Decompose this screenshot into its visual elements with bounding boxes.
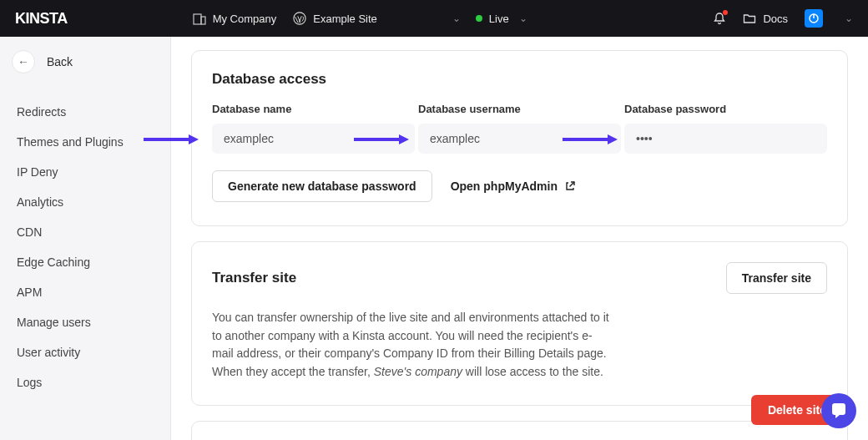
database-access-card: Database access Database name examplec D… <box>191 50 848 226</box>
user-avatar[interactable] <box>805 9 823 28</box>
db-pass-label: Database password <box>624 103 827 115</box>
sidebar-item-themes-plugins[interactable]: Themes and Plugins <box>0 127 170 157</box>
back-button[interactable]: ← Back <box>12 50 170 73</box>
card-title: Database access <box>212 71 827 88</box>
power-icon <box>808 13 820 24</box>
env-picker[interactable]: Live ⌄ <box>476 13 527 25</box>
svg-rect-1 <box>201 17 205 24</box>
sidebar-item-redirects[interactable]: Redirects <box>0 97 170 127</box>
db-pass-value[interactable]: •••• <box>624 124 827 154</box>
folder-icon <box>743 12 756 25</box>
docs-label: Docs <box>763 13 788 25</box>
live-status-dot <box>476 15 482 22</box>
delete-site-card: Delete site <box>191 421 848 440</box>
transfer-site-card: Transfer site Transfer site You can tran… <box>191 241 848 406</box>
transfer-site-button[interactable]: Transfer site <box>726 262 827 294</box>
sidebar-item-ip-deny[interactable]: IP Deny <box>0 157 170 187</box>
kinsta-logo: KINSTA <box>15 10 68 28</box>
site-name: Example Site <box>313 13 377 25</box>
sidebar-item-cdn[interactable]: CDN <box>0 217 170 247</box>
transfer-description: You can transfer ownership of the live s… <box>212 309 613 382</box>
generate-password-button[interactable]: Generate new database password <box>212 170 432 202</box>
sidebar-item-analytics[interactable]: Analytics <box>0 187 170 217</box>
svg-rect-0 <box>194 14 201 24</box>
sidebar: ← Back Redirects Themes and Plugins IP D… <box>0 37 171 440</box>
chevron-down-icon: ⌄ <box>452 13 461 24</box>
wordpress-icon <box>293 12 306 25</box>
db-name-value[interactable]: examplec <box>212 124 415 154</box>
sidebar-item-edge-caching[interactable]: Edge Caching <box>0 247 170 277</box>
open-phpmyadmin-link[interactable]: Open phpMyAdmin <box>451 180 576 193</box>
db-user-label: Database username <box>418 103 621 115</box>
sidebar-item-logs[interactable]: Logs <box>0 367 170 397</box>
arrow-left-icon: ← <box>12 50 35 73</box>
phpmyadmin-label: Open phpMyAdmin <box>451 180 558 193</box>
chat-icon <box>830 402 848 420</box>
db-name-label: Database name <box>212 103 415 115</box>
notification-dot <box>723 10 728 15</box>
sidebar-item-user-activity[interactable]: User activity <box>0 337 170 367</box>
sidebar-item-manage-users[interactable]: Manage users <box>0 307 170 337</box>
company-picker[interactable]: My Company <box>193 12 277 25</box>
external-link-icon <box>564 180 576 192</box>
chat-widget-button[interactable] <box>821 393 856 428</box>
chevron-down-icon[interactable]: ⌄ <box>845 13 853 24</box>
company-name: My Company <box>213 13 277 25</box>
chevron-down-icon: ⌄ <box>519 13 527 24</box>
db-user-value[interactable]: examplec <box>418 124 621 154</box>
top-header: KINSTA My Company Example Site ⌄ Live ⌄ … <box>0 0 868 37</box>
sidebar-item-apm[interactable]: APM <box>0 277 170 307</box>
notifications-button[interactable] <box>713 12 726 25</box>
site-picker[interactable]: Example Site ⌄ <box>293 12 461 25</box>
docs-link[interactable]: Docs <box>743 12 788 25</box>
back-label: Back <box>47 55 73 68</box>
main-content: Database access Database name examplec D… <box>171 37 868 440</box>
company-icon <box>193 12 206 25</box>
env-label: Live <box>489 13 509 25</box>
card-title: Transfer site <box>212 270 296 286</box>
